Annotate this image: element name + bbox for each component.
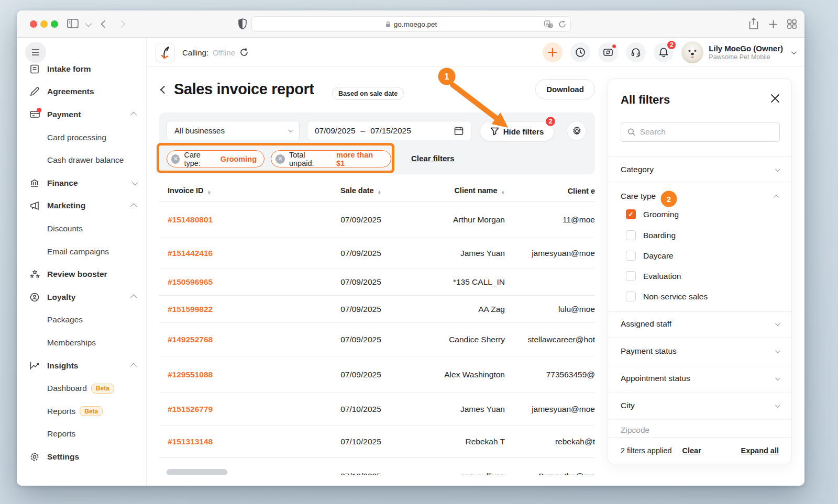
sidebar-item-settings[interactable]: Settings xyxy=(17,445,146,468)
sidebar-item-insights[interactable]: Insights xyxy=(17,354,146,377)
sidebar-item-email-campaigns[interactable]: Email campaigns xyxy=(17,240,146,263)
checkbox-checked-icon[interactable]: ✓ xyxy=(626,209,636,219)
sidebar-item-dashboard-beta[interactable]: Dashboard Beta xyxy=(17,377,146,400)
sidebar-item-cash-drawer-balance[interactable]: Cash drawer balance xyxy=(17,149,146,172)
column-settings-button[interactable] xyxy=(567,121,587,141)
recent-activity-button[interactable] xyxy=(570,42,590,62)
table-row[interactable]: #15148080107/09/2025Arthur Morgan11@moe xyxy=(159,201,595,238)
sidebar-nav: Intake form Agreements Payment Card proc… xyxy=(17,58,146,468)
horizontal-scrollbar-thumb[interactable] xyxy=(167,469,227,475)
business-select[interactable]: All businesses xyxy=(167,121,300,140)
translate-icon[interactable]: A文 xyxy=(544,20,553,28)
moego-logo[interactable] xyxy=(156,43,175,62)
business-select-value: All businesses xyxy=(174,126,225,135)
refresh-calling-icon[interactable] xyxy=(239,48,249,57)
care-type-option-daycare[interactable]: Daycare xyxy=(626,251,674,261)
sidebar-item-discounts[interactable]: Discounts xyxy=(17,217,146,240)
add-button[interactable] xyxy=(543,42,563,62)
checkbox-icon[interactable] xyxy=(626,230,636,240)
invoice-id-link[interactable]: #151480801 xyxy=(168,215,272,225)
invoice-id-link[interactable]: #150596965 xyxy=(168,277,272,287)
remove-chip-icon[interactable]: ✕ xyxy=(275,154,285,164)
share-icon[interactable] xyxy=(749,18,758,30)
sidebar-item-finance[interactable]: Finance xyxy=(17,172,146,195)
filter-section-payment-status[interactable]: Payment status xyxy=(621,345,779,357)
filter-section-zipcode[interactable]: Zipcode xyxy=(621,425,649,435)
invoice-id-link[interactable]: #151599822 xyxy=(168,305,272,314)
hide-filters-button[interactable]: Hide filters xyxy=(480,121,554,141)
table-row[interactable]: #12955108807/09/2025Alex Washington77356… xyxy=(159,356,595,393)
sidebar-item-loyalty[interactable]: Loyalty xyxy=(17,286,146,309)
invoice-id-link[interactable]: #151313148 xyxy=(168,437,272,446)
reload-icon[interactable] xyxy=(558,20,566,28)
sidebar-item-label: Settings xyxy=(47,452,79,462)
expand-all-link[interactable]: Expand all xyxy=(741,446,779,455)
privacy-shield-icon[interactable] xyxy=(238,18,247,30)
notifications-button[interactable]: 2 xyxy=(654,42,674,62)
sidebar-item-intake-form[interactable]: Intake form xyxy=(17,58,146,81)
sync-button[interactable] xyxy=(598,42,618,62)
window-close-button[interactable] xyxy=(30,20,37,28)
column-header-invoice-id[interactable]: Invoice ID▲▼ xyxy=(168,186,272,195)
filter-search-input[interactable] xyxy=(640,127,773,137)
window-zoom-button[interactable] xyxy=(51,20,58,28)
filter-section-care-type[interactable]: Care type xyxy=(621,190,779,203)
care-type-option-non-service-sales[interactable]: Non-service sales xyxy=(626,292,708,301)
calling-status[interactable]: Calling: Offline xyxy=(182,38,249,67)
sidebar-item-review-booster[interactable]: Review booster xyxy=(17,263,146,286)
column-header-client-email[interactable]: Client e xyxy=(453,187,595,195)
filter-section-appointment-status[interactable]: Appointment status xyxy=(621,372,779,385)
clear-filters-link[interactable]: Clear filters xyxy=(411,154,455,163)
table-row[interactable]: #15131314807/10/2025Rebekah Trebekah@t xyxy=(159,425,595,458)
forward-icon[interactable] xyxy=(118,20,125,28)
invoice-id-link[interactable]: #151526779 xyxy=(168,405,272,414)
app-topbar: Calling: Offline 2 xyxy=(147,38,804,67)
address-bar[interactable]: go.moego.pet A文 xyxy=(251,16,571,32)
table-row[interactable]: #14925276807/09/2025Candice Sherrystella… xyxy=(159,323,595,356)
tab-overview-icon[interactable] xyxy=(787,19,797,29)
date-range-picker[interactable]: 07/09/2025 – 07/15/2025 xyxy=(307,121,471,140)
table-row[interactable]: #15159982207/09/2025AA Zaglulu@moe xyxy=(159,296,595,323)
page-back-icon[interactable] xyxy=(160,86,169,94)
sidebar-toggle-icon[interactable] xyxy=(67,19,79,29)
care-type-option-boarding[interactable]: Boarding xyxy=(626,230,676,240)
checkbox-icon[interactable] xyxy=(626,292,636,301)
table-row[interactable]: #15152677907/10/2025James Yuanjamesyuan@… xyxy=(159,393,595,425)
sidebar-item-payment[interactable]: Payment xyxy=(17,103,146,126)
invoice-id-link[interactable]: #151442416 xyxy=(168,249,272,258)
filter-section-city[interactable]: City xyxy=(621,399,779,412)
account-menu[interactable]: Lily MoeGo (Owner) Pawsome Pet Mobile xyxy=(681,41,795,63)
close-icon[interactable] xyxy=(770,94,780,103)
invoice-id-link[interactable]: #149252768 xyxy=(168,335,272,344)
filter-section-category[interactable]: Category xyxy=(621,163,779,176)
sidebar-item-label: Review booster xyxy=(47,270,107,279)
checkbox-icon[interactable] xyxy=(626,251,636,261)
download-button[interactable]: Download xyxy=(535,79,595,99)
care-type-option-evaluation[interactable]: Evaluation xyxy=(626,271,681,281)
table-row[interactable]: #15144241607/09/2025James Yuanjamesyuan@… xyxy=(159,238,595,268)
new-tab-icon[interactable] xyxy=(769,20,778,29)
sidebar-item-agreements[interactable]: Agreements xyxy=(17,81,146,104)
sidebar-item-packages[interactable]: Packages xyxy=(17,309,146,332)
filter-search-box[interactable] xyxy=(621,122,780,142)
sidebar-item-marketing[interactable]: Marketing xyxy=(17,195,146,218)
sidebar-item-reports-beta[interactable]: Reports Beta xyxy=(17,400,146,423)
back-icon[interactable] xyxy=(101,20,108,28)
filter-chip-care-type[interactable]: ✕ Care type: Grooming xyxy=(167,150,264,167)
invoice-id-link[interactable]: #129551088 xyxy=(168,370,272,379)
remove-chip-icon[interactable]: ✕ xyxy=(171,154,180,164)
filter-section-assigned-staff[interactable]: Assigned staff xyxy=(621,318,779,330)
sidebar-item-memberships[interactable]: Memberships xyxy=(17,331,146,354)
checkbox-icon[interactable] xyxy=(626,271,636,281)
support-button[interactable] xyxy=(626,42,646,62)
window-minimize-button[interactable] xyxy=(40,20,48,28)
filter-chip-total-unpaid[interactable]: ✕ Total unpaid: more than $1 xyxy=(271,150,391,167)
care-type-option-grooming[interactable]: ✓ Grooming xyxy=(626,209,679,219)
sidebar-dropdown-chevron-icon[interactable] xyxy=(85,20,92,27)
sidebar-item-card-processing[interactable]: Card processing xyxy=(17,126,146,149)
table-row[interactable]: #15059696507/09/2025*135 CALL_IN xyxy=(159,268,595,296)
clear-all-filters-link[interactable]: Clear xyxy=(682,446,701,455)
sidebar-item-reports[interactable]: Reports xyxy=(17,423,146,446)
chevron-down-icon xyxy=(775,402,780,408)
column-header-sale-date[interactable]: Sale date▲▼ xyxy=(316,186,405,195)
